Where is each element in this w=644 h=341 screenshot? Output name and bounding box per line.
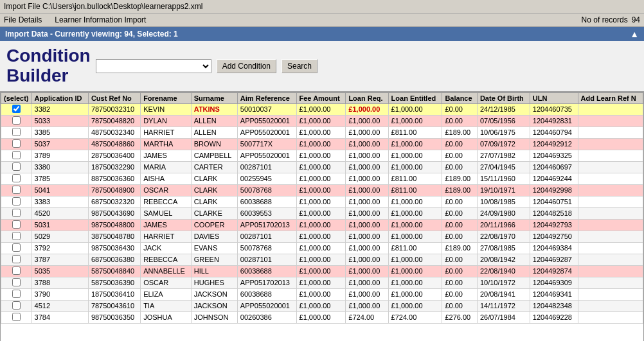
row-checkbox-cell[interactable] xyxy=(1,231,32,242)
dob-cell: 15/11/1960 xyxy=(477,173,530,184)
uln-cell: 1204492998 xyxy=(530,184,578,196)
forename-cell: JAMES xyxy=(141,150,192,161)
file-details-menu[interactable]: File Details xyxy=(4,15,42,24)
fee-cell: £1,000.00 xyxy=(296,254,346,265)
surname-cell: JOHNSON xyxy=(191,311,237,323)
row-checkbox[interactable] xyxy=(12,139,21,148)
table-row[interactable]: 502938750048780HARRIETDAVIES00287101£1,0… xyxy=(1,231,643,242)
table-row[interactable]: 378768750036380REBECCAGREEN00287101£1,00… xyxy=(1,254,643,265)
table-row[interactable]: 451278750043610TIAJACKSONAPP055020001£1,… xyxy=(1,300,643,311)
table-row[interactable]: 378858750036390OSCARHUGHESAPP051702013£1… xyxy=(1,277,643,288)
row-checkbox-cell[interactable] xyxy=(1,115,32,127)
row-checkbox-cell[interactable] xyxy=(1,173,32,184)
row-checkbox-cell[interactable] xyxy=(1,288,32,300)
row-checkbox-cell[interactable] xyxy=(1,138,32,150)
loan-req-cell: £1,000.00 xyxy=(346,231,388,242)
row-checkbox-cell[interactable] xyxy=(1,300,32,311)
app-id-cell: 3382 xyxy=(31,103,88,115)
row-checkbox[interactable] xyxy=(12,186,21,194)
cust-ref-cell: 78750043610 xyxy=(88,300,140,311)
table-row[interactable]: 503198750048800JAMESCOOPERAPP051702013£1… xyxy=(1,219,643,231)
row-checkbox[interactable] xyxy=(12,128,21,136)
row-checkbox[interactable] xyxy=(12,105,21,113)
row-checkbox[interactable] xyxy=(12,220,21,229)
row-checkbox-cell[interactable] xyxy=(1,207,32,219)
table-row[interactable]: 503558750048840ANNABELLEHILL60038688£1,0… xyxy=(1,265,643,277)
collapse-icon[interactable]: ▲ xyxy=(630,29,639,39)
row-checkbox-cell[interactable] xyxy=(1,184,32,196)
row-checkbox[interactable] xyxy=(12,313,21,321)
row-checkbox[interactable] xyxy=(12,197,21,205)
app-id-cell: 3784 xyxy=(31,311,88,323)
app-id-cell: 3790 xyxy=(31,288,88,300)
row-checkbox-cell[interactable] xyxy=(1,265,32,277)
data-table-container[interactable]: (select) Application ID Cust Ref No Fore… xyxy=(0,92,644,341)
col-dob: Date Of Birth xyxy=(477,92,530,103)
fee-cell: £1,000.00 xyxy=(296,184,346,196)
uln-cell: 1204460697 xyxy=(530,161,578,173)
table-row[interactable]: 503378750048820DYLANALLENAPP055020001£1,… xyxy=(1,115,643,127)
row-checkbox[interactable] xyxy=(12,232,21,240)
table-row[interactable]: 378498750036350JOSHUAJOHNSON00260386£1,0… xyxy=(1,311,643,323)
col-cust-ref: Cust Ref No xyxy=(88,92,140,103)
row-checkbox[interactable] xyxy=(12,151,21,159)
row-checkbox[interactable] xyxy=(12,301,21,310)
col-select: (select) xyxy=(1,92,32,103)
table-row[interactable]: 338018750032290MARIACARTER00287101£1,000… xyxy=(1,161,643,173)
row-checkbox-cell[interactable] xyxy=(1,242,32,254)
cust-ref-cell: 78750048900 xyxy=(88,184,140,196)
forename-cell: MARIA xyxy=(141,161,192,173)
row-checkbox-cell[interactable] xyxy=(1,150,32,161)
table-row[interactable]: 378928750036400JAMESCAMPBELLAPP055020001… xyxy=(1,150,643,161)
table-row[interactable]: 338368750032320REBECCACLARK60038688£1,00… xyxy=(1,196,643,207)
app-id-cell: 5031 xyxy=(31,219,88,231)
row-checkbox[interactable] xyxy=(12,174,21,182)
aim-ref-cell: 60038688 xyxy=(237,265,296,277)
row-checkbox[interactable] xyxy=(12,162,21,171)
balance-cell: £189.00 xyxy=(442,242,478,254)
condition-dropdown[interactable] xyxy=(96,59,211,73)
balance-cell: £0.00 xyxy=(442,219,478,231)
table-row[interactable]: 504178750048900OSCARCLARK50078768£1,000.… xyxy=(1,184,643,196)
row-checkbox-cell[interactable] xyxy=(1,127,32,138)
row-checkbox-cell[interactable] xyxy=(1,161,32,173)
table-row[interactable]: 452098750043690SAMUELCLARKE60039553£1,00… xyxy=(1,207,643,219)
search-button[interactable]: Search xyxy=(282,59,318,73)
table-row[interactable]: 379018750036410ELIZAJACKSON60038688£1,00… xyxy=(1,288,643,300)
row-checkbox-cell[interactable] xyxy=(1,219,32,231)
surname-cell: CLARK xyxy=(191,173,237,184)
loan-ent-cell: £811.00 xyxy=(388,242,442,254)
surname-cell: ATKINS xyxy=(191,103,237,115)
loan-ent-cell: £1,000.00 xyxy=(388,103,442,115)
row-checkbox-cell[interactable] xyxy=(1,311,32,323)
app-id-cell: 3383 xyxy=(31,196,88,207)
aim-ref-cell: APP051702013 xyxy=(237,277,296,288)
add-condition-button[interactable]: Add Condition xyxy=(217,59,276,73)
table-row[interactable]: 378588750036360AISHACLARK00255945£1,000.… xyxy=(1,173,643,184)
row-checkbox[interactable] xyxy=(12,209,21,217)
row-checkbox[interactable] xyxy=(12,290,21,298)
app-id-cell: 3380 xyxy=(31,161,88,173)
row-checkbox[interactable] xyxy=(12,116,21,125)
table-row[interactable]: 338278750032310KEVINATKINS50010037£1,000… xyxy=(1,103,643,115)
loan-ent-cell: £1,000.00 xyxy=(388,150,442,161)
table-row[interactable]: 338548750032340HARRIETALLENAPP055020001£… xyxy=(1,127,643,138)
row-checkbox-cell[interactable] xyxy=(1,254,32,265)
aim-ref-cell: APP055020001 xyxy=(237,127,296,138)
fee-cell: £1,000.00 xyxy=(296,173,346,184)
row-checkbox[interactable] xyxy=(12,267,21,275)
add-ref-cell xyxy=(578,288,643,300)
row-checkbox[interactable] xyxy=(12,278,21,286)
row-checkbox-cell[interactable] xyxy=(1,277,32,288)
surname-cell: EVANS xyxy=(191,242,237,254)
table-row[interactable]: 503748750048860MARTHABROWN5007717X£1,000… xyxy=(1,138,643,150)
row-checkbox[interactable] xyxy=(12,243,21,252)
aim-ref-cell: 60039553 xyxy=(237,207,296,219)
loan-req-cell: £1,000.00 xyxy=(346,265,388,277)
row-checkbox-cell[interactable] xyxy=(1,196,32,207)
row-checkbox[interactable] xyxy=(12,255,21,263)
forename-cell: DYLAN xyxy=(141,115,192,127)
app-id-cell: 4520 xyxy=(31,207,88,219)
row-checkbox-cell[interactable] xyxy=(1,103,32,115)
table-row[interactable]: 379298750036430JACKEVANS50078768£1,000.0… xyxy=(1,242,643,254)
